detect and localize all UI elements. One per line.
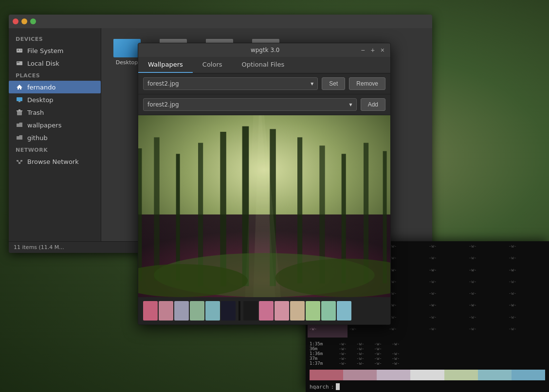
terminal-cell: -w- <box>427 279 467 290</box>
timestamp-val: -w- <box>374 341 382 346</box>
svg-marker-5 <box>17 85 22 89</box>
terminal-palette-swatch <box>512 370 545 380</box>
timestamp-val: -w- <box>339 346 347 351</box>
dialog-titlebar: wpgtk 3.0 − + × <box>138 43 390 57</box>
minimize-button[interactable]: − <box>359 47 366 53</box>
terminal-cell: -w- <box>507 267 547 279</box>
terminal-cell: -w- <box>308 326 348 338</box>
network-icon <box>16 158 23 165</box>
sidebar-item-label: fernando <box>27 84 55 91</box>
sidebar-item-local-disk[interactable]: Local Disk <box>9 57 101 70</box>
terminal-cell: -w- <box>467 267 507 279</box>
dropdown-value: forest2.jpg <box>147 101 179 108</box>
timestamp-val: -w- <box>392 356 400 361</box>
sidebar-item-label: Trash <box>27 109 44 116</box>
svg-rect-13 <box>18 162 20 164</box>
terminal-palette-swatch <box>310 370 343 380</box>
terminal-cell: -w- <box>467 243 507 255</box>
palette-swatch <box>321 301 336 321</box>
sidebar-item-label: github <box>27 134 48 142</box>
timestamp-row: 37m -w- -w- -w- -w- <box>310 356 545 361</box>
timestamp-val: -w- <box>356 361 364 366</box>
tab-optional-files[interactable]: Optional Files <box>232 57 294 73</box>
svg-rect-6 <box>17 97 22 101</box>
terminal-cell: -w- <box>467 279 507 290</box>
svg-rect-18 <box>138 148 142 281</box>
sidebar-item-wallpapers[interactable]: wallpapers <box>9 119 101 131</box>
dropdown-value: forest2.jpg <box>147 80 179 87</box>
palette-swatch <box>205 301 220 321</box>
close-button[interactable]: × <box>379 47 386 53</box>
file-manager-titlebar <box>9 15 432 28</box>
remove-button[interactable]: Remove <box>349 77 385 90</box>
desktop-icon <box>16 96 23 104</box>
timestamp-row: 1:36m -w- -w- -w- -w- <box>310 351 545 356</box>
dialog-content: forest2.jpg ▾ Set Remove forest2.jpg ▾ A… <box>138 73 390 324</box>
set-button[interactable]: Set <box>322 77 345 90</box>
svg-rect-19 <box>154 137 159 281</box>
terminal-cell: -w- <box>387 243 427 255</box>
palette-swatch <box>306 301 320 321</box>
timestamp-val: -w- <box>374 346 382 351</box>
wallpaper-dropdown-2[interactable]: forest2.jpg ▾ <box>143 98 357 111</box>
forest-preview-image <box>138 115 390 297</box>
folder-icon <box>16 134 23 142</box>
terminal-cell: -w- <box>507 255 547 267</box>
sidebar-item-file-system[interactable]: File System <box>9 44 101 57</box>
palette-swatch <box>159 301 173 321</box>
terminal-cell: -w- <box>387 279 427 290</box>
terminal-cell: -w- <box>507 290 547 302</box>
terminal-cell: -w- <box>427 314 467 326</box>
tab-colors[interactable]: Colors <box>193 57 232 73</box>
palette-swatch <box>143 301 158 321</box>
maximize-button[interactable]: + <box>369 47 377 53</box>
sidebar-item-trash[interactable]: Trash <box>9 106 101 119</box>
sidebar-item-label: Desktop <box>27 96 54 104</box>
terminal-palette-strip <box>310 370 545 380</box>
timestamp-label: 36m <box>310 346 329 351</box>
timestamp-val: -w- <box>392 341 400 346</box>
sidebar-item-label: File System <box>27 47 63 54</box>
sidebar-item-fernando[interactable]: fernando <box>9 81 101 93</box>
tab-wallpapers[interactable]: Wallpapers <box>138 57 193 73</box>
terminal-prompt: hqarch <box>310 384 329 390</box>
timestamp-val: -w- <box>339 361 347 366</box>
sidebar-item-desktop[interactable]: Desktop <box>9 93 101 106</box>
timestamp-row: 36m -w- -w- -w- <box>310 346 545 351</box>
timestamp-val: -w- <box>339 356 347 361</box>
timestamp-label: 1:37m <box>310 361 329 366</box>
minimize-button[interactable] <box>21 18 27 24</box>
sidebar-item-label: Browse Network <box>27 158 79 165</box>
add-button[interactable]: Add <box>361 98 385 111</box>
timestamp-val: -w- <box>392 361 400 366</box>
maximize-button[interactable] <box>30 18 36 24</box>
svg-rect-10 <box>18 109 20 110</box>
terminal-cell: -w- <box>507 314 547 326</box>
svg-rect-8 <box>17 111 22 115</box>
terminal-input-text: : <box>331 384 334 390</box>
terminal-cell: -w- <box>427 255 467 267</box>
status-text: 11 items (11.4 M... <box>14 244 64 250</box>
terminal-cell: -w- <box>467 314 507 326</box>
places-section-header: PLACES <box>9 70 101 81</box>
svg-rect-9 <box>17 110 22 111</box>
svg-rect-4 <box>17 62 19 63</box>
close-button[interactable] <box>13 18 18 24</box>
terminal-cell: -w- <box>387 267 427 279</box>
palette-swatch <box>274 301 289 321</box>
timestamp-label: 37m <box>310 356 329 361</box>
terminal-cell: -w- <box>387 302 427 314</box>
terminal-cell: -w- <box>427 290 467 302</box>
svg-rect-0 <box>17 49 22 53</box>
sidebar-item-browse-network[interactable]: Browse Network <box>9 155 101 168</box>
svg-rect-7 <box>18 101 20 102</box>
chevron-down-icon: ▾ <box>349 101 352 108</box>
palette-swatch <box>174 301 189 321</box>
chevron-down-icon: ▾ <box>311 80 313 87</box>
folder-desktop-icon <box>113 36 141 57</box>
timestamp-val: -w- <box>339 351 347 356</box>
dialog-title: wpgtk 3.0 <box>171 47 359 53</box>
wallpaper-dropdown-1[interactable]: forest2.jpg ▾ <box>143 77 318 90</box>
devices-section-header: DEVICES <box>9 33 101 44</box>
sidebar-item-github[interactable]: github <box>9 131 101 144</box>
